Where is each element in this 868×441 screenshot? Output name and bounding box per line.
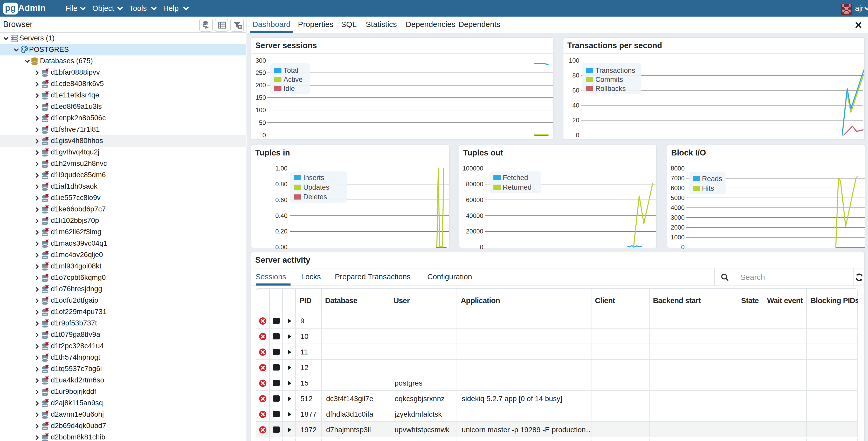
svg-text:60000: 60000 <box>466 196 483 203</box>
svg-text:0: 0 <box>262 132 266 139</box>
svg-text:50: 50 <box>259 119 266 126</box>
svg-text:Updates: Updates <box>303 183 330 191</box>
svg-text:40: 40 <box>572 102 579 109</box>
svg-text:Total: Total <box>283 67 298 74</box>
svg-text:Hits: Hits <box>702 184 714 192</box>
svg-text:Active: Active <box>283 76 303 83</box>
svg-text:4000: 4000 <box>671 204 684 211</box>
svg-text:0.40: 0.40 <box>275 212 287 219</box>
svg-text:Rollbacks: Rollbacks <box>595 85 625 93</box>
svg-text:Inserts: Inserts <box>303 174 324 181</box>
svg-text:0.00: 0.00 <box>275 244 287 250</box>
svg-text:Commits: Commits <box>595 76 623 83</box>
svg-text:0.80: 0.80 <box>275 180 287 188</box>
svg-text:80: 80 <box>572 72 579 79</box>
svg-text:20: 20 <box>572 116 579 124</box>
svg-text:150: 150 <box>255 94 266 101</box>
svg-text:200: 200 <box>255 81 266 89</box>
svg-text:0: 0 <box>576 132 579 139</box>
svg-text:Fetched: Fetched <box>502 174 528 181</box>
svg-text:Deletes: Deletes <box>303 193 327 201</box>
svg-text:60: 60 <box>572 87 579 94</box>
svg-text:100: 100 <box>255 106 266 113</box>
svg-text:0: 0 <box>479 244 483 250</box>
svg-text:0: 0 <box>681 244 684 250</box>
svg-text:7000: 7000 <box>671 175 684 182</box>
svg-text:Returned: Returned <box>502 183 531 191</box>
svg-text:0.20: 0.20 <box>275 228 287 235</box>
svg-text:Transactions: Transactions <box>595 67 635 74</box>
svg-text:80000: 80000 <box>466 180 483 188</box>
svg-text:3000: 3000 <box>671 214 684 221</box>
svg-text:100: 100 <box>569 57 579 64</box>
svg-text:Idle: Idle <box>283 85 295 93</box>
svg-text:20000: 20000 <box>466 228 483 235</box>
svg-text:0.60: 0.60 <box>275 196 287 203</box>
svg-text:1.00: 1.00 <box>275 165 287 172</box>
svg-text:8000: 8000 <box>671 165 684 172</box>
svg-text:5000: 5000 <box>671 194 684 201</box>
svg-text:300: 300 <box>255 57 266 64</box>
svg-text:2000: 2000 <box>671 224 684 231</box>
svg-text:1000: 1000 <box>671 234 684 241</box>
svg-text:40000: 40000 <box>466 212 483 219</box>
svg-text:100000: 100000 <box>462 165 483 172</box>
svg-text:Reads: Reads <box>702 175 722 182</box>
svg-text:250: 250 <box>255 69 266 76</box>
svg-text:6000: 6000 <box>671 184 684 192</box>
